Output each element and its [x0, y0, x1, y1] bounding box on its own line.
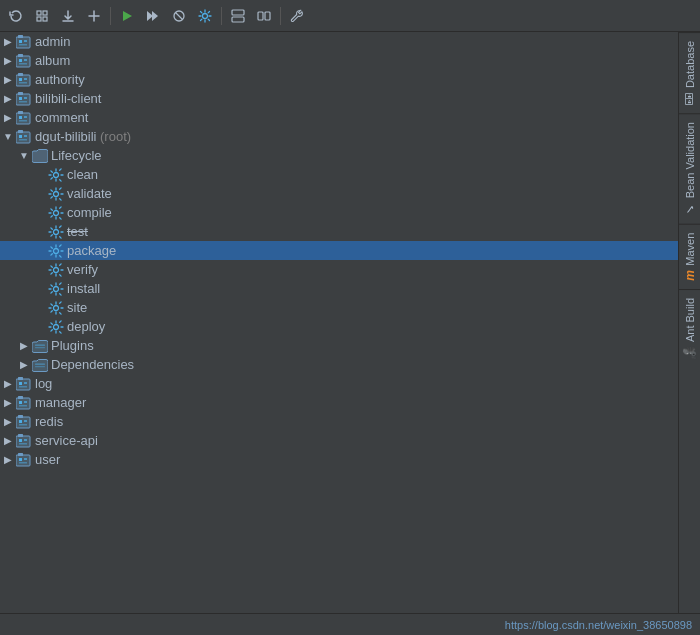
skip-tests-button[interactable]	[167, 4, 191, 28]
run-button[interactable]	[115, 4, 139, 28]
svg-rect-2	[37, 17, 41, 21]
svg-marker-6	[152, 11, 158, 21]
list-item[interactable]: comment	[0, 108, 678, 127]
item-label: Lifecycle	[51, 148, 102, 163]
arrow-comment	[0, 112, 16, 123]
plugins-folder-icon	[32, 339, 48, 353]
refresh-button[interactable]	[4, 4, 28, 28]
list-item[interactable]: Lifecycle	[0, 146, 678, 165]
svg-point-50	[54, 172, 59, 177]
svg-rect-22	[18, 54, 23, 57]
add-button[interactable]	[82, 4, 106, 28]
item-label: validate	[67, 186, 112, 201]
item-label: install	[67, 281, 100, 296]
sidebar-tab-label: Ant Build	[684, 298, 696, 342]
run-selected-button[interactable]	[141, 4, 165, 28]
svg-rect-89	[18, 453, 23, 456]
list-item[interactable]: Plugins	[0, 336, 678, 355]
svg-rect-78	[19, 420, 22, 423]
list-item[interactable]: compile	[0, 203, 678, 222]
list-item[interactable]: site	[0, 298, 678, 317]
maven-tree-panel[interactable]: admin album	[0, 32, 678, 613]
svg-rect-19	[19, 44, 27, 46]
svg-rect-74	[19, 405, 27, 407]
svg-rect-72	[19, 401, 22, 404]
svg-rect-25	[19, 63, 27, 65]
svg-rect-68	[19, 386, 27, 388]
svg-point-57	[54, 305, 59, 310]
item-label: service-api	[35, 433, 98, 448]
svg-rect-29	[19, 78, 22, 81]
list-item[interactable]: manager	[0, 393, 678, 412]
sidebar-tab-label: Database	[684, 41, 696, 88]
svg-rect-71	[18, 396, 23, 399]
item-label: verify	[67, 262, 98, 277]
list-item[interactable]: clean	[0, 165, 678, 184]
wrench-button[interactable]	[285, 4, 309, 28]
item-label: log	[35, 376, 52, 391]
svg-point-58	[54, 324, 59, 329]
list-item[interactable]: service-api	[0, 431, 678, 450]
list-item[interactable]: log	[0, 374, 678, 393]
item-label: comment	[35, 110, 88, 125]
svg-rect-41	[19, 116, 22, 119]
svg-rect-36	[24, 97, 27, 99]
item-label: admin	[35, 34, 70, 49]
arrow-bilibili-client	[0, 93, 16, 104]
arrow-redis	[0, 416, 16, 427]
list-item[interactable]: deploy	[0, 317, 678, 336]
svg-rect-28	[18, 73, 23, 76]
arrow-album	[0, 55, 16, 66]
svg-point-54	[54, 248, 59, 253]
svg-rect-32	[16, 94, 30, 105]
sidebar-tab-ant-build[interactable]: 🐜 Ant Build	[679, 289, 700, 369]
item-label: clean	[67, 167, 98, 182]
svg-rect-90	[19, 458, 22, 461]
svg-rect-16	[18, 35, 23, 38]
dependencies-folder-icon	[32, 358, 48, 372]
toggle2-button[interactable]	[252, 4, 276, 28]
toggle1-button[interactable]	[226, 4, 250, 28]
arrow-user	[0, 454, 16, 465]
svg-line-8	[176, 12, 183, 19]
gear-icon	[48, 301, 64, 315]
svg-rect-0	[37, 11, 41, 15]
svg-rect-34	[18, 92, 23, 95]
status-url-link[interactable]: https://blog.csdn.net/weixin_38650898	[505, 619, 692, 631]
sidebar-tab-bean-validation[interactable]: ✓ Bean Validation	[679, 113, 700, 224]
list-item[interactable]: admin	[0, 32, 678, 51]
list-item[interactable]: dgut-bilibili (root)	[0, 127, 678, 146]
list-item[interactable]: authority	[0, 70, 678, 89]
list-item[interactable]: bilibili-client	[0, 89, 678, 108]
svg-rect-24	[24, 59, 27, 61]
sidebar-tab-database[interactable]: 🗄 Database	[679, 32, 700, 113]
svg-rect-62	[35, 366, 45, 367]
right-sidebar: 🗄 Database ✓ Bean Validation m Maven 🐜 A…	[678, 32, 700, 613]
list-item[interactable]: Dependencies	[0, 355, 678, 374]
list-item[interactable]: verify	[0, 260, 678, 279]
svg-rect-3	[43, 17, 47, 21]
svg-rect-87	[16, 455, 30, 466]
list-item[interactable]: user	[0, 450, 678, 469]
module-icon	[16, 92, 32, 106]
gear-icon	[48, 187, 64, 201]
list-item[interactable]: package	[0, 241, 678, 260]
svg-rect-14	[16, 37, 30, 48]
list-item[interactable]: album	[0, 51, 678, 70]
svg-point-52	[54, 210, 59, 215]
collapse-button[interactable]	[30, 4, 54, 28]
download-button[interactable]	[56, 4, 80, 28]
maven-settings-button[interactable]	[193, 4, 217, 28]
list-item[interactable]: redis	[0, 412, 678, 431]
svg-rect-67	[24, 382, 27, 384]
arrow-plugins	[16, 340, 32, 351]
list-item[interactable]: install	[0, 279, 678, 298]
maven-icon: m	[683, 270, 697, 281]
sidebar-tab-maven[interactable]: m Maven	[679, 224, 700, 289]
module-icon	[16, 35, 32, 49]
svg-rect-42	[24, 116, 27, 118]
list-item[interactable]: test	[0, 222, 678, 241]
svg-rect-10	[232, 10, 244, 15]
svg-rect-85	[24, 439, 27, 441]
list-item[interactable]: validate	[0, 184, 678, 203]
